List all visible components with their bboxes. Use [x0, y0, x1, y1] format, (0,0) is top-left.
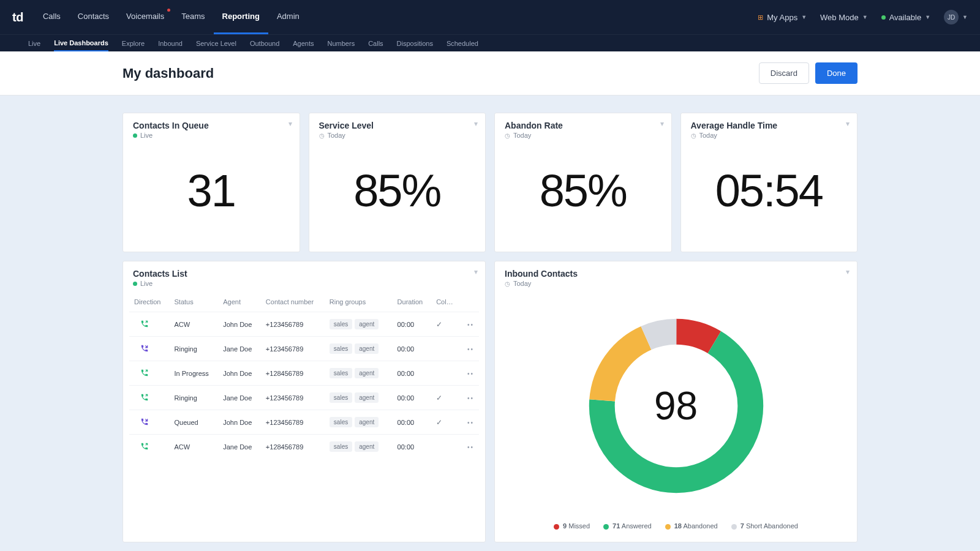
donut-total: 98: [578, 308, 774, 504]
subnav-item-agents[interactable]: Agents: [293, 36, 314, 51]
ring-group-tag: agent: [355, 417, 379, 427]
table-row[interactable]: ACWJohn Doe+123456789salesagent00:00✓••: [129, 312, 479, 337]
ring-group-tag: sales: [330, 392, 352, 403]
metric-sub: Live: [140, 132, 153, 139]
cell-agent: Jane Doe: [218, 337, 261, 361]
contacts-title: Contacts List: [133, 269, 475, 279]
nav-item-voicemails[interactable]: Voicemails: [118, 0, 173, 34]
subnav-item-dispositions[interactable]: Dispositions: [397, 36, 433, 51]
availability-menu[interactable]: Available ▼: [881, 13, 930, 22]
chevron-down-icon: ▼: [962, 14, 968, 20]
legend-swatch: [554, 524, 559, 530]
metric-sub: Today: [513, 132, 531, 139]
ring-group-tag: agent: [355, 368, 379, 378]
chevron-down-icon: ▼: [862, 14, 868, 20]
subnav-item-live[interactable]: Live: [28, 36, 40, 51]
page-header: My dashboard Discard Done: [0, 51, 980, 96]
filter-icon[interactable]: ▾: [846, 268, 850, 276]
user-menu[interactable]: JD ▼: [944, 10, 968, 24]
column-header[interactable]: Col…: [431, 292, 461, 312]
cell-agent: Jane Doe: [218, 435, 261, 459]
metric-row: ▾Contacts In QueueLive31▾Service Level◷T…: [123, 113, 858, 252]
table-row[interactable]: RingingJane Doe+123456789salesagent00:00…: [129, 386, 479, 410]
clock-icon: ◷: [505, 132, 510, 139]
clock-icon: ◷: [691, 132, 696, 139]
cell-ring-groups: salesagent: [325, 361, 393, 386]
chevron-down-icon: ▼: [801, 14, 807, 20]
metric-sub: Today: [328, 132, 345, 139]
metric-title: Service Level: [319, 121, 476, 130]
nav-item-reporting[interactable]: Reporting: [214, 0, 268, 34]
nav-item-teams[interactable]: Teams: [173, 0, 213, 34]
cell-number: +123456789: [261, 410, 325, 435]
row-actions-icon[interactable]: ••: [467, 419, 474, 426]
legend-swatch: [603, 524, 609, 530]
call-direction-icon: [140, 442, 149, 451]
legend-item: 18 Abandoned: [665, 522, 718, 530]
column-header[interactable]: Duration: [393, 292, 432, 312]
cell-number: +128456789: [261, 435, 325, 459]
cell-agent: John Doe: [218, 410, 261, 435]
page-title: My dashboard: [123, 66, 214, 81]
cell-check: [431, 435, 461, 459]
column-header[interactable]: Agent: [218, 292, 261, 312]
row-actions-icon[interactable]: ••: [467, 444, 474, 451]
cell-status: ACW: [170, 312, 219, 337]
subnav-item-inbound[interactable]: Inbound: [158, 36, 183, 51]
row-actions-icon[interactable]: ••: [467, 370, 474, 377]
check-icon: ✓: [436, 320, 442, 329]
column-header[interactable]: Contact number: [261, 292, 325, 312]
contacts-table: DirectionStatusAgentContact numberRing g…: [129, 292, 479, 459]
web-mode-menu[interactable]: Web Mode ▼: [820, 13, 868, 22]
nav-item-calls[interactable]: Calls: [34, 0, 69, 34]
subnav-item-service-level[interactable]: Service Level: [196, 36, 236, 51]
subnav-item-live-dashboards[interactable]: Live Dashboards: [54, 36, 108, 51]
ring-group-tag: agent: [355, 392, 379, 403]
contacts-sub: Live: [140, 280, 153, 287]
chevron-down-icon: ▼: [925, 14, 930, 20]
my-apps-menu[interactable]: ⊞ My Apps ▼: [758, 13, 807, 22]
table-row[interactable]: QueuedJohn Doe+123456789salesagent00:00✓…: [129, 410, 479, 435]
row-actions-icon[interactable]: ••: [467, 321, 474, 328]
table-row[interactable]: In ProgressJohn Doe+128456789salesagent0…: [129, 361, 479, 386]
live-dot-icon: [133, 282, 137, 286]
nav-item-contacts[interactable]: Contacts: [69, 0, 118, 34]
subnav-item-scheduled[interactable]: Scheduled: [447, 36, 478, 51]
done-button[interactable]: Done: [815, 62, 858, 84]
subnav-item-explore[interactable]: Explore: [122, 36, 145, 51]
filter-icon[interactable]: ▾: [846, 119, 850, 128]
subnav-item-numbers[interactable]: Numbers: [328, 36, 355, 51]
brand-logo: td: [9, 10, 34, 24]
column-header[interactable]: Direction: [129, 292, 170, 312]
table-row[interactable]: RingingJane Doe+123456789salesagent00:00…: [129, 337, 479, 361]
discard-button[interactable]: Discard: [759, 62, 809, 84]
subnav-item-outbound[interactable]: Outbound: [250, 36, 279, 51]
cell-ring-groups: salesagent: [325, 312, 393, 337]
ring-group-tag: sales: [330, 319, 352, 329]
filter-icon[interactable]: ▾: [288, 119, 292, 128]
metric-card: ▾Contacts In QueueLive31: [123, 113, 300, 252]
filter-icon[interactable]: ▾: [474, 119, 478, 128]
inbound-sub: Today: [513, 280, 531, 287]
cell-check: ✓: [431, 386, 461, 410]
column-header[interactable]: Ring groups: [325, 292, 393, 312]
subnav-item-calls[interactable]: Calls: [368, 36, 383, 51]
filter-icon[interactable]: ▾: [660, 119, 664, 128]
chart-legend: 9 Missed71 Answered18 Abandoned7 Short A…: [495, 517, 857, 542]
table-row[interactable]: ACWJane Doe+128456789salesagent00:00••: [129, 435, 479, 459]
call-direction-icon: [140, 418, 149, 426]
status-dot-icon: [881, 15, 886, 20]
contacts-list-card: ▾ Contacts List Live DirectionStatusAgen…: [123, 261, 486, 542]
cell-duration: 00:00: [393, 410, 432, 435]
dashboard: ▾Contacts In QueueLive31▾Service Level◷T…: [104, 96, 876, 551]
filter-icon[interactable]: ▾: [474, 268, 478, 276]
cell-status: In Progress: [170, 361, 219, 386]
row-actions-icon[interactable]: ••: [467, 346, 474, 353]
web-mode-label: Web Mode: [820, 13, 859, 22]
cell-number: +123456789: [261, 312, 325, 337]
row-actions-icon[interactable]: ••: [467, 395, 474, 402]
nav-item-admin[interactable]: Admin: [268, 0, 308, 34]
table-header-row: DirectionStatusAgentContact numberRing g…: [129, 292, 479, 312]
column-header[interactable]: Status: [170, 292, 219, 312]
call-direction-icon: [140, 344, 149, 353]
